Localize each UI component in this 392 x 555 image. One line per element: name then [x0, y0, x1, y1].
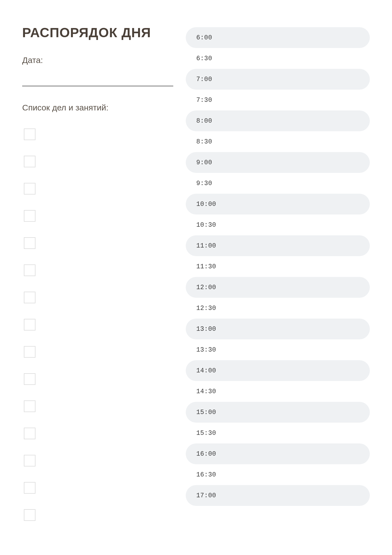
- time-slot[interactable]: 7:30: [186, 90, 370, 110]
- time-label: 6:30: [196, 55, 212, 62]
- time-slot[interactable]: 9:30: [186, 173, 370, 194]
- time-label: 11:00: [196, 242, 216, 249]
- task-checkbox[interactable]: [24, 292, 35, 303]
- task-checkbox[interactable]: [24, 264, 35, 276]
- task-checkbox[interactable]: [24, 482, 35, 494]
- time-label: 11:30: [196, 263, 216, 270]
- time-label: 14:00: [196, 367, 216, 374]
- time-label: 7:30: [196, 97, 212, 104]
- time-label: 8:00: [196, 117, 212, 125]
- task-checkbox[interactable]: [24, 509, 35, 521]
- time-slot[interactable]: 13:00: [186, 319, 370, 339]
- time-label: 17:00: [196, 492, 216, 499]
- time-slot[interactable]: 8:30: [186, 131, 370, 152]
- task-checkbox[interactable]: [24, 210, 35, 222]
- time-slot[interactable]: 15:00: [186, 402, 370, 423]
- checkbox-list: [22, 128, 173, 521]
- time-slot[interactable]: 16:30: [186, 464, 370, 485]
- task-checkbox[interactable]: [24, 400, 35, 412]
- time-slot[interactable]: 16:00: [186, 443, 370, 464]
- time-slot[interactable]: 11:30: [186, 256, 370, 277]
- time-slot[interactable]: 8:00: [186, 110, 370, 131]
- time-label: 10:30: [196, 221, 216, 229]
- left-column: РАСПОРЯДОК ДНЯ Дата: Список дел и заняти…: [22, 25, 173, 538]
- time-slot[interactable]: 12:00: [186, 277, 370, 298]
- time-label: 9:00: [196, 159, 212, 166]
- task-checkbox[interactable]: [24, 128, 35, 140]
- time-label: 13:30: [196, 346, 216, 354]
- time-label: 12:30: [196, 305, 216, 312]
- time-slot[interactable]: 10:30: [186, 215, 370, 235]
- task-checkbox[interactable]: [24, 156, 35, 167]
- tasks-label: Список дел и занятий:: [22, 103, 173, 112]
- task-checkbox[interactable]: [24, 455, 35, 466]
- time-slot[interactable]: 10:00: [186, 194, 370, 215]
- time-slot[interactable]: 15:30: [186, 423, 370, 443]
- page-title: РАСПОРЯДОК ДНЯ: [22, 25, 173, 40]
- time-slot[interactable]: 13:30: [186, 339, 370, 360]
- time-label: 6:00: [196, 34, 212, 41]
- task-checkbox[interactable]: [24, 319, 35, 331]
- time-slot[interactable]: 14:30: [186, 381, 370, 402]
- time-slot[interactable]: 6:30: [186, 48, 370, 69]
- time-label: 12:00: [196, 284, 216, 291]
- task-checkbox[interactable]: [24, 346, 35, 358]
- time-label: 10:00: [196, 201, 216, 208]
- date-label: Дата:: [22, 56, 173, 65]
- time-label: 7:00: [196, 76, 212, 83]
- time-slot[interactable]: 14:00: [186, 360, 370, 381]
- time-schedule: 6:006:307:007:308:008:309:009:3010:0010:…: [186, 25, 370, 538]
- time-label: 15:00: [196, 409, 216, 416]
- time-slot[interactable]: 9:00: [186, 152, 370, 173]
- divider: [22, 86, 173, 86]
- time-label: 15:30: [196, 430, 216, 437]
- time-slot[interactable]: 7:00: [186, 69, 370, 90]
- time-label: 14:30: [196, 388, 216, 395]
- task-checkbox[interactable]: [24, 428, 35, 439]
- time-label: 16:30: [196, 471, 216, 478]
- time-slot[interactable]: 11:00: [186, 235, 370, 256]
- time-slot[interactable]: 12:30: [186, 298, 370, 319]
- task-checkbox[interactable]: [24, 183, 35, 195]
- task-checkbox[interactable]: [24, 237, 35, 249]
- time-slot[interactable]: 17:00: [186, 485, 370, 506]
- time-label: 9:30: [196, 180, 212, 187]
- time-label: 16:00: [196, 450, 216, 458]
- time-slot[interactable]: 6:00: [186, 27, 370, 48]
- task-checkbox[interactable]: [24, 373, 35, 385]
- time-label: 13:00: [196, 326, 216, 333]
- time-label: 8:30: [196, 138, 212, 145]
